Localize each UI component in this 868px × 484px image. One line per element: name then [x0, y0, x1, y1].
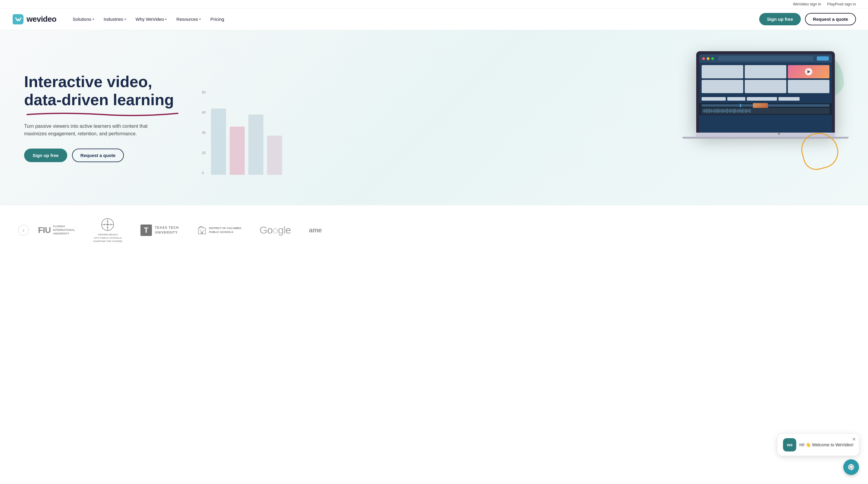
chevron-down-icon: ▾	[124, 18, 126, 21]
logo-amex: ame	[309, 226, 327, 234]
screen-thumbnail	[745, 80, 786, 93]
traffic-light-yellow	[707, 57, 710, 60]
playposit-signin-link[interactable]: PlayPosit sign in	[827, 2, 856, 6]
chevron-down-icon: ▾	[199, 18, 201, 21]
ttu-t-icon: T	[141, 224, 152, 236]
nav-item-solutions[interactable]: Solutions ▾	[68, 14, 98, 24]
screen-thumbnail	[788, 80, 830, 93]
logo-ttu: T TEXAS TECHUNIVERSITY	[141, 224, 179, 236]
screen-text-row	[699, 97, 832, 101]
screen-toolbar	[699, 54, 832, 63]
hero-quote-button[interactable]: Request a quote	[72, 149, 124, 162]
laptop-screen-inner	[699, 54, 832, 132]
logo-text: wevideo	[27, 14, 56, 24]
dcps-text: DISTRICT OF COLUMBIAPUBLIC SCHOOLS	[209, 226, 242, 234]
screen-thumbnail	[745, 65, 786, 78]
vbcps-text: VIRGINIA BEACHCITY PUBLIC SCHOOLSCHARTIN…	[93, 233, 122, 243]
hero-left: Interactive video, data-driven learning …	[24, 73, 181, 162]
nav-item-pricing[interactable]: Pricing	[206, 14, 228, 24]
dcps-icon	[197, 225, 207, 235]
nav-item-resources[interactable]: Resources ▾	[172, 14, 205, 24]
laptop-screen-outer	[696, 51, 835, 132]
hero-visual: 80 60 40 20 0	[193, 48, 844, 187]
google-text: Google	[259, 224, 291, 236]
hero-signup-button[interactable]: Sign up free	[24, 149, 67, 162]
logo-fiu: FIU FLORIDAINTERNATIONALUNIVERSITY	[38, 225, 75, 235]
play-button[interactable]	[805, 68, 812, 75]
vbcps-icon	[100, 217, 115, 232]
logos-prev-button[interactable]: ‹	[18, 225, 29, 236]
decorative-doodle-circle	[802, 132, 838, 169]
wevideo-signin-link[interactable]: WeVideo sign in	[793, 2, 821, 6]
logo-icon	[12, 13, 25, 26]
traffic-light-green	[711, 57, 714, 60]
hero-underline	[24, 112, 181, 116]
timeline-progress	[740, 104, 741, 107]
chart-bar	[211, 109, 226, 175]
audio-waveform	[702, 108, 830, 114]
screen-thumbnail	[702, 80, 743, 93]
hero-section: Interactive video, data-driven learning …	[0, 30, 868, 205]
laptop-mockup	[696, 51, 835, 139]
navbar: wevideo Solutions ▾ Industries ▾ Why WeV…	[0, 8, 868, 30]
logos-track: FIU FLORIDAINTERNATIONALUNIVERSITY VIRGI…	[38, 217, 850, 243]
screen-content	[699, 63, 832, 95]
fiu-fullname: FLORIDAINTERNATIONALUNIVERSITY	[53, 225, 75, 235]
logo[interactable]: wevideo	[12, 13, 56, 26]
logo-google: Google	[259, 224, 291, 236]
nav-links: Solutions ▾ Industries ▾ Why WeVideo ▾ R…	[68, 14, 759, 24]
hero-buttons: Sign up free Request a quote	[24, 149, 181, 162]
timeline-section	[699, 103, 832, 115]
screen-thumbnail-active	[788, 65, 830, 78]
chart-bar	[267, 135, 282, 175]
nav-quote-button[interactable]: Request a quote	[805, 13, 856, 25]
svg-rect-8	[201, 232, 203, 234]
hero-body: Turn passive viewers into active learner…	[24, 122, 163, 138]
nav-buttons: Sign up free Request a quote	[759, 13, 856, 25]
topbar: WeVideo sign in PlayPosit sign in	[0, 0, 868, 8]
nav-item-industries[interactable]: Industries ▾	[99, 14, 130, 24]
traffic-light-red	[702, 57, 705, 60]
logo-vbcps: VIRGINIA BEACHCITY PUBLIC SCHOOLSCHARTIN…	[93, 217, 122, 243]
nav-signup-button[interactable]: Sign up free	[759, 13, 801, 25]
screen-action-button	[817, 56, 829, 61]
screen-thumbnail	[702, 65, 743, 78]
chevron-down-icon: ▾	[93, 18, 94, 21]
screen-text-bar	[727, 97, 745, 101]
fiu-acronym: FIU	[38, 225, 51, 235]
hero-title: Interactive video, data-driven learning	[24, 73, 181, 109]
screen-text-bar	[778, 97, 800, 101]
logos-section: ‹ FIU FLORIDAINTERNATIONALUNIVERSITY VIR…	[0, 205, 868, 255]
timeline-bar	[702, 104, 830, 107]
ttu-text: TEXAS TECHUNIVERSITY	[155, 225, 179, 235]
nav-item-why-wevideo[interactable]: Why WeVideo ▾	[131, 14, 171, 24]
laptop	[696, 51, 835, 139]
chart-bar	[248, 115, 264, 175]
chevron-down-icon: ▾	[165, 18, 167, 21]
timeline-audio	[702, 108, 830, 114]
amex-text: ame	[309, 226, 322, 234]
screen-text-bar	[747, 97, 777, 101]
chart-bar	[230, 127, 245, 175]
play-icon	[807, 70, 810, 73]
svg-rect-10	[203, 230, 204, 231]
url-bar	[718, 56, 813, 61]
cursor-icon: +	[777, 131, 781, 137]
screen-text-bar	[702, 97, 726, 101]
logo-dcps: DISTRICT OF COLUMBIAPUBLIC SCHOOLS	[197, 225, 242, 235]
svg-rect-9	[199, 230, 201, 231]
